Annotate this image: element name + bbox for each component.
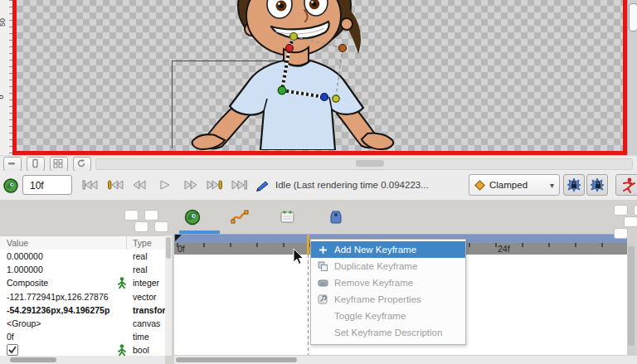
curves-icon — [231, 210, 249, 225]
time-cursor-line — [308, 255, 309, 355]
ruler-label-start: 0f — [177, 244, 185, 254]
menu-item-duplicate-keyframe[interactable]: Duplicate Keyframe — [311, 258, 465, 274]
canvas-vertical-scrollbar[interactable] — [627, 0, 637, 155]
render-preview-icon[interactable] — [252, 177, 274, 193]
time-cursor[interactable] — [307, 235, 309, 255]
seek-next-keyframe-icon[interactable] — [204, 177, 226, 193]
timetrack-vertical-scrollbar[interactable] — [627, 243, 635, 356]
param-type: real — [133, 251, 148, 261]
synfig-parameters-icon — [184, 209, 201, 226]
tab-curves[interactable] — [228, 206, 251, 228]
table-row[interactable]: <Group> canvas — [0, 317, 165, 330]
seek-prev-keyframe-icon[interactable] — [105, 177, 126, 193]
table-row[interactable]: Composite integer — [0, 276, 165, 289]
cartoon-character — [178, 0, 419, 150]
param-type: real — [133, 265, 148, 274]
page-icon[interactable] — [27, 157, 45, 172]
param-value: -54.291236px,94.196275p — [7, 305, 109, 315]
duplicate-icon — [316, 261, 329, 271]
play-icon[interactable] — [154, 177, 176, 193]
column-header-type[interactable]: Type — [133, 238, 152, 248]
interpolation-diamond-icon — [474, 180, 485, 191]
seek-end-icon[interactable] — [229, 177, 250, 193]
param-value: 0.000000 — [7, 251, 43, 261]
ruler-label-end: 24f — [498, 244, 510, 254]
param-type: bool — [133, 345, 149, 355]
parameters-panel: Value Type 0.000000 real 1.000000 real C… — [0, 200, 172, 364]
param-type: canvas — [133, 318, 160, 328]
plus-icon — [316, 245, 329, 255]
keyframe-marker[interactable] — [175, 235, 182, 241]
param-type: vector — [133, 292, 157, 302]
param-value: 0f — [7, 332, 14, 342]
params-vertical-scrollbar[interactable] — [165, 235, 172, 356]
param-value: -121.772941px,126.27876 — [7, 292, 109, 302]
bool-checkbox[interactable] — [7, 344, 18, 356]
keyframe-lock-past-icon[interactable] — [563, 174, 585, 196]
param-value: <Group> — [7, 318, 41, 328]
table-row[interactable]: -54.291236px,94.196275p transformation — [0, 303, 165, 317]
seek-begin-icon[interactable] — [80, 177, 101, 193]
scrollbar-thumb[interactable] — [629, 3, 637, 32]
params-table: 0.000000 real 1.000000 real Composite in… — [0, 250, 165, 356]
properties-icon — [316, 294, 329, 304]
current-time-input[interactable]: 10f — [22, 175, 72, 195]
menu-item-remove-keyframe[interactable]: Remove Keyframe — [311, 274, 465, 291]
vertical-ruler[interactable]: 50 0 — [0, 0, 13, 155]
menu-item-toggle-keyframe[interactable]: Toggle Keyframe — [311, 308, 465, 324]
animated-value-icon — [117, 344, 127, 356]
param-value: 1.000000 — [7, 265, 43, 274]
minimize-icon[interactable] — [3, 157, 22, 172]
param-value: Composite — [7, 278, 48, 288]
ruler-label: 50 — [0, 18, 7, 27]
mouse-cursor — [292, 248, 305, 266]
ruler-label: 0 — [0, 95, 5, 99]
tab-parameters[interactable] — [181, 206, 204, 228]
table-row[interactable]: 0.000000 real — [0, 250, 165, 263]
synfig-logo-icon — [3, 178, 18, 193]
time-toolbar: 10f Idle (Last rendering time 0.094223..… — [0, 171, 637, 201]
param-type: integer — [133, 278, 159, 288]
timetrack-horizontal-scrollbar[interactable] — [174, 356, 637, 364]
default-interpolation-dropdown[interactable]: Clamped ▾ — [469, 174, 560, 196]
animate-mode-icon[interactable] — [615, 174, 637, 196]
remove-icon — [316, 279, 329, 288]
animated-value-icon — [117, 277, 127, 289]
seek-prev-frame-icon[interactable] — [129, 177, 151, 193]
params-horizontal-scrollbar[interactable] — [0, 356, 165, 364]
keyframe-context-menu: Add New Keyframe Duplicate Keyframe Remo… — [310, 239, 466, 345]
chevron-down-icon: ▾ — [550, 181, 554, 190]
tab-keyframes[interactable] — [324, 206, 348, 228]
canvas-bottom-bar — [0, 155, 637, 172]
tab-timetrack[interactable] — [276, 206, 299, 228]
interpolation-label: Clamped — [489, 180, 550, 190]
status-text: Idle (Last rendering time 0.094223... — [275, 180, 429, 190]
params-header-row: Value Type — [0, 235, 165, 250]
panel-drag-handle[interactable] — [597, 205, 637, 241]
column-header-value[interactable]: Value — [7, 238, 28, 248]
grid-icon[interactable] — [50, 157, 68, 172]
keyframes-tag-icon — [328, 210, 343, 225]
menu-item-set-keyframe-description[interactable]: Set Keyframe Description — [311, 324, 465, 341]
refresh-icon[interactable] — [73, 157, 91, 172]
menu-item-add-new-keyframe[interactable]: Add New Keyframe — [311, 241, 465, 258]
timetrack-board-icon — [280, 210, 296, 225]
panel-drag-handle[interactable] — [123, 210, 171, 235]
table-row[interactable]: 0f time — [0, 330, 165, 343]
param-type: time — [133, 332, 149, 342]
canvas-workarea[interactable] — [12, 0, 627, 155]
table-row[interactable]: -121.772941px,126.27876 vector — [0, 290, 165, 303]
canvas-horizontal-scrollbar[interactable] — [95, 158, 633, 170]
table-row[interactable]: bool — [0, 343, 165, 356]
keyframe-lock-future-icon[interactable] — [586, 174, 608, 196]
seek-next-frame-icon[interactable] — [179, 177, 201, 193]
canvas-zone: 50 0 — [0, 0, 637, 155]
param-type: transformation — [133, 305, 165, 315]
table-row[interactable]: 1.000000 real — [0, 263, 165, 276]
menu-item-keyframe-properties[interactable]: Keyframe Properties — [311, 291, 465, 308]
scrollbar-thumb[interactable] — [356, 160, 384, 167]
